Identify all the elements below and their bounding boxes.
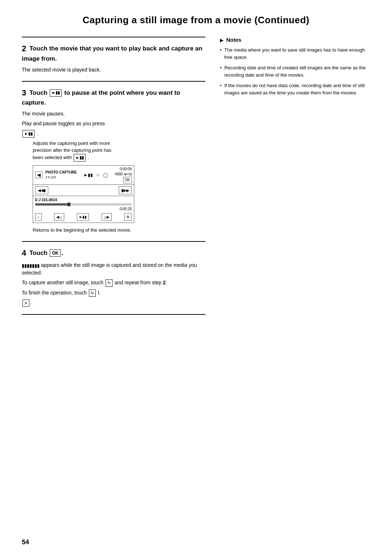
page-number: 54 bbox=[22, 538, 29, 546]
notes-list: The media where you want to save still i… bbox=[220, 46, 370, 96]
ctrl-playpause[interactable]: ►▮▮ bbox=[77, 213, 89, 221]
step2-block: 2 Touch the movie that you want to play … bbox=[22, 43, 205, 74]
step4-body3-x: ✕. bbox=[22, 299, 205, 307]
step3-returns-text: Returns to the beginning of the selected… bbox=[33, 227, 205, 234]
note-item-2: Recording date and time of created still… bbox=[220, 64, 370, 78]
ctrl-menu[interactable]: ⚙ bbox=[124, 213, 132, 221]
notes-heading: ▶ Notes bbox=[220, 37, 370, 43]
ctrl-next[interactable]: △▶ bbox=[102, 213, 112, 221]
player-top-bar: ◀ PHOTO CAPTURE J·5.1ch ►▮▮ ∷ ◯ bbox=[33, 166, 134, 185]
player-controls: ⌂ ◀△ ►▮▮ △▶ ⚙ bbox=[35, 212, 132, 221]
play-pause-icon-indented: ►▮▮ bbox=[74, 154, 86, 162]
divider-step4 bbox=[22, 241, 205, 242]
step3-number: 3 bbox=[22, 88, 26, 97]
player-progress-thumb bbox=[68, 203, 70, 206]
player-step-icon: ∷ bbox=[97, 172, 99, 178]
ok-box: OK bbox=[50, 249, 61, 257]
player-progress-fill bbox=[35, 203, 69, 206]
player-play-pause: ►▮▮ bbox=[83, 172, 93, 178]
divider-step2 bbox=[22, 37, 205, 37]
player-channel: J·5.1ch bbox=[45, 175, 56, 180]
step3-indented: Adjusts the capturing point with more pr… bbox=[33, 140, 205, 162]
return-icon-1: ↻ bbox=[106, 279, 113, 287]
ctrl-prev[interactable]: ◀△ bbox=[54, 213, 64, 221]
note-item-1: The media where you want to save still i… bbox=[220, 46, 370, 61]
step3-block: 3 Touch ►▮▮ to pause at the point where … bbox=[22, 88, 205, 234]
page-container: Capturing a still image from a movie (Co… bbox=[0, 0, 392, 557]
player-progress bbox=[35, 203, 132, 206]
player-ui: ◀ PHOTO CAPTURE J·5.1ch ►▮▮ ∷ ◯ bbox=[33, 165, 134, 223]
player-rewind-btn[interactable]: ◀◀▮ bbox=[35, 186, 48, 195]
player-back-btn: ◀ bbox=[35, 171, 42, 179]
player-track-info: E·J 101-0014 bbox=[35, 197, 132, 203]
step2-heading: 2 Touch the movie that you want to play … bbox=[22, 43, 205, 63]
play-pause-icon-heading: ►▮▮ bbox=[50, 89, 62, 96]
page-title: Capturing a still image from a movie (Co… bbox=[22, 15, 370, 26]
step4-heading: 4 Touch OK. bbox=[22, 248, 205, 259]
step3-body2: Play and pause toggles as you press bbox=[22, 120, 205, 127]
step4-body2: To capture another still image, touch ↻ … bbox=[22, 279, 205, 287]
step3-heading: 3 Touch ►▮▮ to pause at the point where … bbox=[22, 88, 205, 107]
step4-number: 4 bbox=[22, 248, 26, 257]
step3-play-icon: ►▮▮ . bbox=[22, 130, 205, 138]
player-top-right: 0:00:09 4000 ⊕+⊟ OK bbox=[115, 167, 132, 183]
player-forward-btn[interactable]: ▮▶▶ bbox=[119, 186, 132, 195]
loading-bars: ▮▮▮▮▮▮▮ bbox=[22, 262, 40, 269]
ctrl-home[interactable]: ⌂ bbox=[35, 213, 42, 221]
player-time2: 0:00:20 bbox=[35, 206, 132, 212]
step4-block: 4 Touch OK. ▮▮▮▮▮▮▮ appears while the st… bbox=[22, 248, 205, 307]
divider-bottom bbox=[22, 314, 205, 315]
two-column-layout: 2 Touch the movie that you want to play … bbox=[22, 37, 370, 315]
play-pause-inline: ►▮▮ bbox=[23, 130, 34, 138]
player-photo-icon: ◯ bbox=[103, 172, 108, 178]
player-mode-label: PHOTO CAPTURE bbox=[45, 170, 77, 175]
player-bottom-bar: E·J 101-0014 0:00:20 ⌂ ◀△ ►▮▮ △▶ bbox=[33, 196, 134, 223]
player-top-left: PHOTO CAPTURE J·5.1ch bbox=[45, 170, 77, 180]
player-ui-container: ◀ PHOTO CAPTURE J·5.1ch ►▮▮ ∷ ◯ bbox=[33, 165, 205, 223]
x-icon: ✕ bbox=[23, 300, 29, 307]
step3-body1: The movie pauses. bbox=[22, 110, 205, 118]
note-item-3: If the movies do not have data code, rec… bbox=[220, 82, 370, 96]
divider-step3 bbox=[22, 81, 205, 82]
step4-body3: To finish the operation, touch ↻ t bbox=[22, 289, 205, 297]
step2-body: The selected movie is played back. bbox=[22, 66, 205, 74]
player-ok-btn[interactable]: OK bbox=[123, 177, 132, 183]
step4-body1: ▮▮▮▮▮▮▮ appears while the still image is… bbox=[22, 261, 205, 277]
player-top-center: ►▮▮ ∷ ◯ bbox=[80, 172, 112, 178]
player-middle-bar: ◀◀▮ ▮▶▶ bbox=[33, 185, 134, 196]
left-column: 2 Touch the movie that you want to play … bbox=[22, 37, 205, 315]
step2-number: 2 bbox=[22, 44, 26, 53]
return-icon-2: ↻ bbox=[89, 289, 96, 297]
right-column: ▶ Notes The media where you want to save… bbox=[220, 37, 370, 315]
